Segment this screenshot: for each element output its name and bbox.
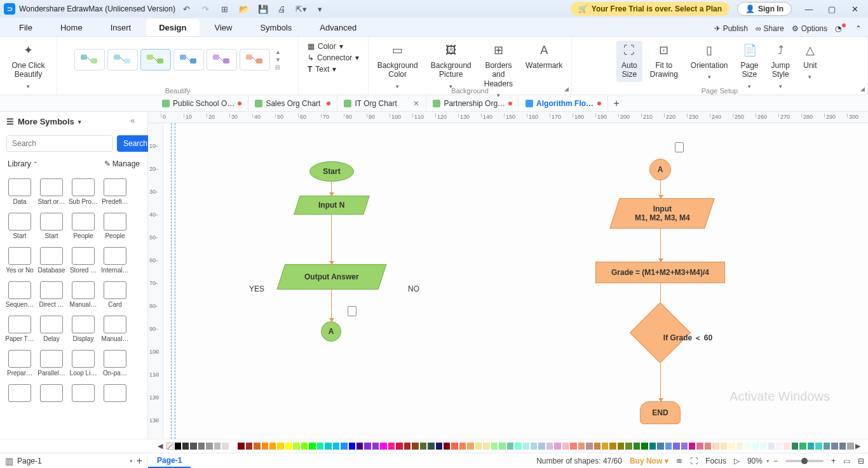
bg-color-button[interactable]: ▭Background Color▾	[372, 41, 423, 93]
color-swatch[interactable]	[436, 443, 442, 450]
color-swatch[interactable]	[744, 443, 750, 450]
more-symbols-toggle[interactable]: ☰ More Symbols ▾	[0, 112, 147, 131]
shape-item[interactable]: Sequen…	[4, 277, 36, 312]
color-swatch[interactable]	[364, 443, 370, 450]
background-expand[interactable]: ◢	[564, 86, 569, 92]
color-swatch[interactable]	[175, 443, 181, 450]
open-icon[interactable]: 📂	[239, 4, 249, 14]
shape-item[interactable]: On-pa…	[99, 346, 131, 380]
color-swatch[interactable]	[657, 443, 663, 450]
color-swatch[interactable]	[721, 443, 727, 450]
color-swatch[interactable]	[190, 443, 196, 450]
color-swatch[interactable]	[222, 443, 228, 450]
color-swatch[interactable]	[301, 443, 308, 450]
layers-icon[interactable]: ≋	[672, 457, 686, 465]
color-swatch[interactable]	[689, 443, 695, 450]
color-strip-right[interactable]: ▶	[855, 442, 860, 450]
color-swatch[interactable]	[293, 443, 299, 450]
color-swatch[interactable]	[847, 443, 853, 450]
color-swatch[interactable]	[839, 443, 846, 450]
color-swatch[interactable]	[428, 443, 434, 450]
color-swatch[interactable]	[538, 443, 545, 450]
unit-button[interactable]: △Unit▾	[797, 41, 823, 83]
color-swatch[interactable]	[372, 443, 379, 450]
shape-item[interactable]	[67, 380, 99, 408]
pagesize-button[interactable]: 📄Page Size▾	[736, 41, 764, 93]
autosize-button[interactable]: ⛶Auto Size	[616, 41, 642, 82]
theme-5[interactable]	[207, 49, 237, 70]
color-swatch[interactable]	[815, 443, 822, 450]
publish-link[interactable]: ✈Publish	[714, 24, 748, 33]
color-swatch[interactable]	[507, 443, 513, 450]
color-swatch[interactable]	[515, 443, 521, 450]
color-strip-left[interactable]: ◀	[158, 442, 163, 450]
color-swatch[interactable]	[420, 443, 426, 450]
color-swatch[interactable]	[824, 443, 830, 450]
note-icon[interactable]	[675, 142, 684, 152]
color-swatch[interactable]	[602, 443, 608, 450]
menu-home[interactable]: Home	[48, 19, 95, 36]
collapse-panel-icon[interactable]: «	[130, 116, 135, 125]
doctab-algorithm[interactable]: Algorithm Flo…	[519, 95, 608, 111]
print-icon[interactable]: 🖨	[277, 4, 287, 14]
share-link[interactable]: ∞Share	[756, 24, 784, 33]
color-swatch[interactable]	[728, 443, 735, 450]
color-swatch[interactable]	[206, 443, 212, 450]
color-swatch[interactable]	[262, 443, 268, 450]
presentation-icon[interactable]: ▷	[730, 457, 743, 465]
shape-connector-a2[interactable]: A	[649, 159, 671, 180]
color-swatch[interactable]	[483, 443, 489, 450]
close-tab-icon[interactable]: ✕	[413, 99, 419, 108]
canvas[interactable]: Start Input N Output Answer A YES NO A I…	[163, 123, 868, 439]
color-swatch[interactable]	[214, 443, 220, 450]
theme-1[interactable]	[74, 49, 105, 70]
color-swatch[interactable]	[444, 443, 450, 450]
color-swatch[interactable]	[712, 443, 719, 450]
save-icon[interactable]: 💾	[258, 4, 268, 14]
notifications-icon[interactable]: ◔	[835, 24, 848, 33]
color-swatch[interactable]	[269, 443, 276, 450]
color-swatch[interactable]	[681, 443, 688, 450]
color-swatch[interactable]	[799, 443, 806, 450]
color-swatch[interactable]	[760, 443, 766, 450]
menu-insert[interactable]: Insert	[98, 19, 144, 36]
shape-output[interactable]: Output Answer	[277, 264, 387, 290]
connector[interactable]	[660, 229, 661, 262]
redo-icon[interactable]: ↷	[201, 4, 211, 14]
color-swatch[interactable]	[238, 443, 244, 450]
shape-item[interactable]: Prepar…	[4, 346, 36, 380]
color-swatch[interactable]	[277, 443, 283, 450]
theme-2[interactable]	[107, 49, 138, 70]
search-input[interactable]	[6, 135, 113, 152]
color-swatch[interactable]	[325, 443, 331, 450]
color-swatch[interactable]	[562, 443, 569, 450]
connector[interactable]	[331, 290, 332, 321]
color-swatch[interactable]	[665, 443, 672, 450]
color-swatch[interactable]	[649, 443, 656, 450]
zoom-out-button[interactable]: −	[770, 457, 782, 465]
bg-picture-button[interactable]: 🖼Background Picture▾	[426, 41, 477, 93]
color-swatch[interactable]	[317, 443, 323, 450]
shape-grade[interactable]: Grade = (M1+M2+M3+M4)/4	[595, 262, 725, 283]
shape-item[interactable]: Direct …	[36, 277, 67, 312]
shape-item[interactable]: Sub Pro…	[67, 175, 99, 209]
page-tab[interactable]: Page-1	[148, 453, 191, 468]
theme-gallery-up[interactable]: ▲	[275, 49, 281, 55]
zoom-slider[interactable]	[785, 460, 824, 462]
focus-mode[interactable]: Focus	[702, 457, 730, 465]
shape-item[interactable]: Yes or No	[4, 243, 36, 277]
color-swatch[interactable]	[792, 443, 798, 450]
text-menu[interactable]: TText ▾	[308, 64, 336, 75]
color-swatch[interactable]	[736, 443, 743, 450]
add-page-button[interactable]: +	[137, 455, 142, 467]
color-swatch[interactable]	[254, 443, 260, 450]
export-icon[interactable]: ⇱▾	[296, 4, 306, 14]
color-swatch[interactable]	[696, 443, 703, 450]
doctab-partnership[interactable]: Partnership Org…	[426, 95, 519, 111]
theme-3[interactable]	[140, 49, 171, 70]
color-swatch[interactable]	[776, 443, 782, 450]
color-swatch[interactable]	[182, 443, 189, 450]
color-swatch[interactable]	[349, 443, 355, 450]
theme-gallery-more[interactable]: ⊟	[275, 64, 281, 70]
menu-symbols[interactable]: Symbols	[247, 19, 304, 36]
